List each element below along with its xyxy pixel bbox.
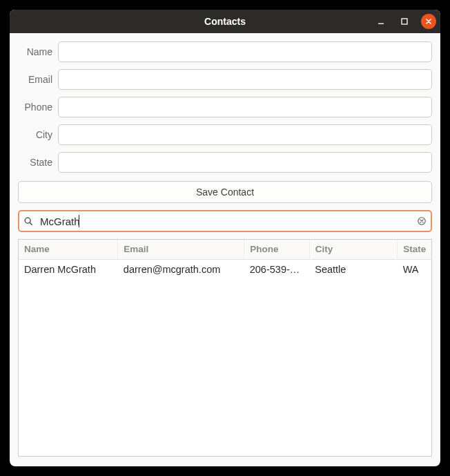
row-state: State: [18, 152, 432, 173]
state-field[interactable]: [58, 152, 432, 173]
search-wrap: [18, 210, 432, 232]
col-header-email[interactable]: Email: [118, 240, 244, 259]
results-table: Name Email Phone City State Darren McGra…: [19, 240, 431, 279]
table-row[interactable]: Darren McGrathdarren@mcgrath.com206-539-…: [19, 259, 431, 279]
email-field[interactable]: [58, 69, 432, 90]
label-phone: Phone: [18, 102, 58, 113]
minimize-button[interactable]: [374, 15, 388, 28]
clear-search-button[interactable]: [417, 216, 427, 226]
col-header-name[interactable]: Name: [19, 240, 118, 259]
label-state: State: [18, 157, 58, 168]
window-title: Contacts: [204, 16, 246, 27]
text-caret: [79, 215, 79, 227]
label-name: Name: [18, 46, 58, 57]
cell-email: darren@mcgrath.com: [118, 259, 244, 279]
label-city: City: [18, 129, 58, 140]
col-header-city[interactable]: City: [309, 240, 397, 259]
name-field[interactable]: [58, 41, 432, 62]
content-area: Name Email Phone City State Save Contact: [10, 33, 440, 466]
search-input[interactable]: [18, 210, 432, 232]
cell-name: Darren McGrath: [19, 259, 118, 279]
cell-city: Seattle: [309, 259, 397, 279]
maximize-icon: [401, 18, 408, 25]
row-name: Name: [18, 41, 432, 62]
save-contact-button[interactable]: Save Contact: [18, 181, 432, 203]
cell-phone: 206-539-9283: [244, 259, 310, 279]
city-field[interactable]: [58, 124, 432, 145]
close-icon: [425, 18, 432, 25]
minimize-icon: [378, 18, 384, 25]
maximize-button[interactable]: [398, 15, 411, 28]
svg-rect-1: [402, 19, 407, 24]
cell-state: WA: [398, 259, 431, 279]
close-button[interactable]: [421, 14, 436, 29]
clear-icon: [417, 216, 427, 226]
col-header-phone[interactable]: Phone: [244, 240, 310, 259]
titlebar: Contacts: [10, 10, 440, 33]
phone-field[interactable]: [58, 97, 432, 117]
table-header-row: Name Email Phone City State: [19, 240, 431, 259]
window-controls: [374, 10, 436, 33]
results-table-wrap: Name Email Phone City State Darren McGra…: [18, 239, 432, 457]
col-header-state[interactable]: State: [398, 240, 431, 259]
svg-rect-0: [378, 23, 384, 24]
row-phone: Phone: [18, 97, 432, 117]
app-window: Contacts Name Email Phone City: [10, 10, 440, 466]
label-email: Email: [18, 74, 58, 85]
row-city: City: [18, 124, 432, 145]
row-email: Email: [18, 69, 432, 90]
